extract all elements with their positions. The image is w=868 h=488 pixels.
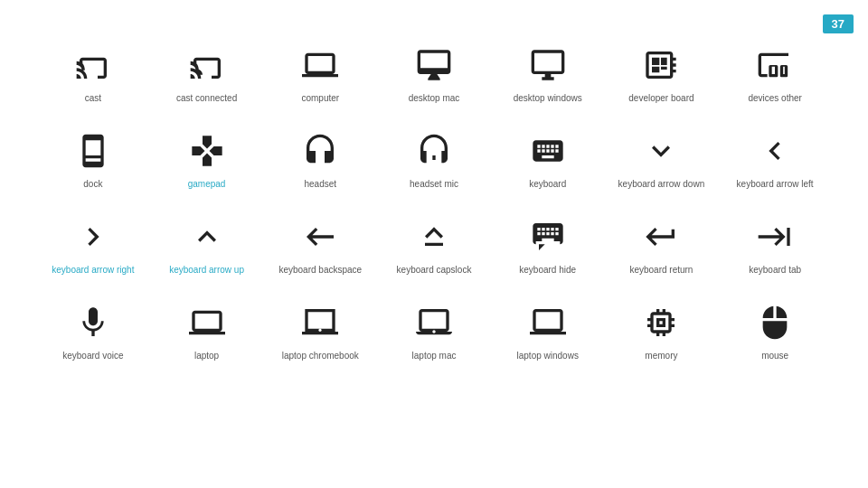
desktop-windows-icon xyxy=(528,45,568,85)
devices-other-icon xyxy=(755,45,795,85)
keyboard-arrow-down-icon xyxy=(641,131,681,171)
laptop-label: laptop xyxy=(194,350,219,361)
desktop-windows-label: desktop windows xyxy=(514,92,582,104)
computer-icon xyxy=(300,45,340,85)
headset-mic-icon xyxy=(414,131,454,171)
icon-keyboard-tab: keyboard tab xyxy=(718,208,832,285)
laptop-windows-icon xyxy=(528,303,568,343)
icon-cast-connected: cast connected xyxy=(150,36,264,113)
cast-label: cast xyxy=(85,92,101,104)
mouse-icon xyxy=(755,303,795,343)
keyboard-return-icon xyxy=(641,217,681,257)
keyboard-capslock-icon xyxy=(414,217,454,257)
devices-other-label: devices other xyxy=(748,92,801,104)
icon-headset: headset xyxy=(263,122,377,199)
keyboard-arrow-up-icon xyxy=(187,217,227,257)
icon-keyboard-capslock: keyboard capslock xyxy=(377,208,491,285)
icons-grid: cast cast connected computer desktop mac… xyxy=(0,0,868,389)
icon-keyboard-voice: keyboard voice xyxy=(36,294,150,371)
icon-laptop-windows: laptop windows xyxy=(491,294,605,371)
icon-keyboard-arrow-right: keyboard arrow right xyxy=(36,208,150,285)
keyboard-arrow-right-icon xyxy=(73,217,113,257)
gamepad-icon xyxy=(187,131,227,171)
icon-memory: memory xyxy=(605,294,719,371)
keyboard-tab-icon xyxy=(755,217,795,257)
laptop-mac-label: laptop mac xyxy=(412,350,457,361)
desktop-mac-label: desktop mac xyxy=(409,92,460,104)
icon-dock: dock xyxy=(36,122,150,199)
headset-mic-label: headset mic xyxy=(410,178,458,190)
icon-desktop-windows: desktop windows xyxy=(491,36,605,113)
keyboard-hide-label: keyboard hide xyxy=(519,264,576,276)
keyboard-backspace-icon xyxy=(300,217,340,257)
laptop-icon xyxy=(187,303,227,343)
icon-desktop-mac: desktop mac xyxy=(377,36,491,113)
keyboard-capslock-label: keyboard capslock xyxy=(397,264,472,276)
icon-keyboard-arrow-down: keyboard arrow down xyxy=(605,122,719,199)
icon-keyboard-arrow-left: keyboard arrow left xyxy=(718,122,832,199)
headset-label: headset xyxy=(304,178,336,190)
laptop-chromebook-label: laptop chromebook xyxy=(282,350,359,361)
headset-icon xyxy=(300,131,340,171)
keyboard-hide-icon xyxy=(528,217,568,257)
icon-headset-mic: headset mic xyxy=(377,122,491,199)
icon-cast: cast xyxy=(36,36,150,113)
icon-laptop-mac: laptop mac xyxy=(377,294,491,371)
keyboard-tab-label: keyboard tab xyxy=(749,264,801,276)
icon-gamepad: gamepad xyxy=(150,122,264,199)
laptop-windows-label: laptop windows xyxy=(517,350,579,361)
icon-keyboard-arrow-up: keyboard arrow up xyxy=(150,208,264,285)
dock-label: dock xyxy=(83,178,102,190)
keyboard-voice-icon xyxy=(73,303,113,343)
keyboard-label: keyboard xyxy=(529,178,566,190)
mouse-label: mouse xyxy=(761,350,788,361)
memory-icon xyxy=(641,303,681,343)
keyboard-return-label: keyboard return xyxy=(629,264,693,276)
computer-label: computer xyxy=(301,92,339,104)
page-number: 37 xyxy=(823,14,854,33)
icon-computer: computer xyxy=(263,36,377,113)
icon-keyboard-hide: keyboard hide xyxy=(491,208,605,285)
desktop-mac-icon xyxy=(414,45,454,85)
keyboard-arrow-up-label: keyboard arrow up xyxy=(169,264,244,276)
icon-keyboard: keyboard xyxy=(491,122,605,199)
keyboard-arrow-right-label: keyboard arrow right xyxy=(52,264,134,276)
laptop-chromebook-icon xyxy=(300,303,340,343)
dock-icon xyxy=(73,131,113,171)
cast-icon xyxy=(73,45,113,85)
icon-keyboard-return: keyboard return xyxy=(605,208,719,285)
laptop-mac-icon xyxy=(414,303,454,343)
icon-devices-other: devices other xyxy=(718,36,832,113)
keyboard-arrow-left-label: keyboard arrow left xyxy=(737,178,814,190)
icon-mouse: mouse xyxy=(718,294,832,371)
icon-developer-board: developer board xyxy=(605,36,719,113)
icon-laptop: laptop xyxy=(150,294,264,371)
developer-board-label: developer board xyxy=(628,92,693,104)
keyboard-icon xyxy=(528,131,568,171)
cast-connected-icon xyxy=(187,45,227,85)
memory-label: memory xyxy=(645,350,677,361)
keyboard-voice-label: keyboard voice xyxy=(62,350,123,361)
keyboard-arrow-left-icon xyxy=(755,131,795,171)
keyboard-arrow-down-label: keyboard arrow down xyxy=(618,178,705,190)
keyboard-backspace-label: keyboard backspace xyxy=(278,264,362,276)
developer-board-icon xyxy=(641,45,681,85)
icon-keyboard-backspace: keyboard backspace xyxy=(263,208,377,285)
gamepad-label: gamepad xyxy=(188,178,226,190)
icon-laptop-chromebook: laptop chromebook xyxy=(263,294,377,371)
cast-connected-label: cast connected xyxy=(176,92,237,104)
